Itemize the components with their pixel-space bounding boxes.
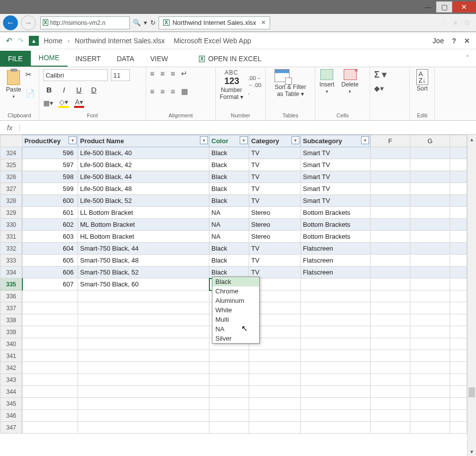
cell-subcategory[interactable]: Bottom Brackets xyxy=(301,219,371,231)
table-row[interactable]: 324 596 Life-500 Black, 40 Black TV Smar… xyxy=(0,147,467,159)
cell-productkey[interactable]: 605 xyxy=(22,255,78,267)
window-minimize-button[interactable]: — xyxy=(420,1,436,12)
align-top-button[interactable]: ≡ xyxy=(150,69,155,78)
row-header[interactable]: 343 xyxy=(0,374,22,386)
cell-color[interactable]: Black xyxy=(209,147,249,159)
cell-productname[interactable]: Life-500 Black, 42 xyxy=(78,159,209,171)
row-header[interactable]: 330 xyxy=(0,219,22,231)
column-header-f[interactable]: F xyxy=(371,135,410,147)
cell-subcategory[interactable]: Smart TV xyxy=(301,147,371,159)
column-header-productkey[interactable]: ProductKey▾ xyxy=(22,135,78,147)
home-icon[interactable]: ⌂ xyxy=(443,18,447,27)
scroll-down-button[interactable]: ▼ xyxy=(468,447,476,456)
cell-color[interactable]: NA xyxy=(209,207,249,219)
search-icon[interactable]: 🔍 xyxy=(133,19,141,26)
cell-productname[interactable]: LL Bottom Bracket xyxy=(78,207,209,219)
dropdown-option[interactable]: NA xyxy=(212,324,259,334)
row-header[interactable]: 344 xyxy=(0,386,22,398)
sort-filter-table-button[interactable]: Sort & Filter as Table ▾ xyxy=(275,84,306,97)
cell-productkey[interactable]: 602 xyxy=(22,219,78,231)
borders-button[interactable]: ▦▾ xyxy=(43,99,53,107)
cell-subcategory[interactable]: Bottom Brackets xyxy=(301,207,371,219)
autosum-button[interactable]: Σ ▾ xyxy=(374,69,386,80)
undo-button[interactable]: ↶ xyxy=(6,36,12,45)
cell-productname[interactable]: Smart-750 Black, 44 xyxy=(78,243,209,255)
dropdown-option[interactable]: Aluminum xyxy=(212,296,259,305)
cell-color[interactable]: NA xyxy=(209,219,249,231)
skydrive-icon[interactable]: ▲ xyxy=(29,36,39,46)
row-header[interactable]: 336 xyxy=(0,290,22,302)
cell-category[interactable]: TV xyxy=(249,147,301,159)
row-header[interactable]: 334 xyxy=(0,267,22,278)
redo-button[interactable]: ↷ xyxy=(17,36,24,45)
paste-button[interactable]: Paste ▾ xyxy=(4,69,23,100)
clear-button[interactable]: ◆▾ xyxy=(374,84,384,93)
bold-button[interactable]: B xyxy=(43,84,55,95)
row-header[interactable]: 339 xyxy=(0,326,22,338)
row-header[interactable]: 338 xyxy=(0,314,22,326)
dropdown-option[interactable]: Multi xyxy=(212,315,259,324)
row-header[interactable]: 335 xyxy=(0,278,22,290)
cell-productkey[interactable]: 604 xyxy=(22,243,78,255)
align-bottom-button[interactable]: ≡ xyxy=(171,69,175,78)
fill-color-button[interactable]: ◇▾ xyxy=(58,98,69,108)
row-header[interactable]: 333 xyxy=(0,255,22,267)
sort-az-icon[interactable]: AZ↓ xyxy=(416,69,428,85)
row-header[interactable]: 327 xyxy=(0,183,22,195)
dropdown-option[interactable]: White xyxy=(212,305,259,315)
table-row[interactable]: 331 603 HL Bottom Bracket NA Stereo Bott… xyxy=(0,231,467,243)
underline-button[interactable]: U xyxy=(73,84,85,95)
cell-productkey[interactable]: 601 xyxy=(22,207,78,219)
fx-label[interactable]: fx xyxy=(0,124,20,132)
user-name[interactable]: Joe xyxy=(433,37,444,45)
row-header[interactable]: 341 xyxy=(0,350,22,362)
cell-category[interactable]: TV xyxy=(249,255,301,267)
scroll-thumb[interactable] xyxy=(469,387,475,397)
dropdown-option[interactable]: Black xyxy=(212,277,259,286)
spreadsheet-grid[interactable]: ProductKey▾ Product Name▾ Color▾ Categor… xyxy=(0,135,467,456)
column-header-color[interactable]: Color▾ xyxy=(209,135,249,147)
cell-category[interactable]: TV xyxy=(249,195,301,207)
insert-cells-button[interactable]: Insert▾ xyxy=(319,69,334,110)
table-row[interactable]: 332 604 Smart-750 Black, 44 Black TV Fla… xyxy=(0,243,467,255)
close-button[interactable]: ✕ xyxy=(464,37,470,45)
settings-gear-icon[interactable]: ⚙ xyxy=(464,18,470,27)
cell-productkey[interactable]: 596 xyxy=(22,147,78,159)
cell-category[interactable]: Stereo xyxy=(249,207,301,219)
browser-tab[interactable]: X Northwind Internet Sales.xlsx ✕ xyxy=(159,16,270,29)
cell-productname[interactable]: Life-500 Black, 52 xyxy=(78,195,209,207)
row-header[interactable]: 329 xyxy=(0,207,22,219)
align-middle-button[interactable]: ≡ xyxy=(160,69,165,78)
filter-icon[interactable]: ▾ xyxy=(291,136,299,144)
increase-decimal-button[interactable]: .00→ xyxy=(248,75,261,81)
ribbon-tab-home[interactable]: HOME xyxy=(31,50,68,67)
cell-productname[interactable]: Life-500 Black, 48 xyxy=(78,183,209,195)
ribbon-collapse-button[interactable]: ˄ xyxy=(466,55,469,62)
cell-category[interactable]: Stereo xyxy=(249,219,301,231)
cell-productname[interactable]: Smart-750 Black, 52 xyxy=(78,267,209,278)
favorites-icon[interactable]: ★ xyxy=(452,18,459,27)
ribbon-open-in-excel[interactable]: XOPEN IN EXCEL xyxy=(191,51,270,67)
cell-productkey[interactable]: 606 xyxy=(22,267,78,278)
cell-color[interactable]: NA xyxy=(209,231,249,243)
cell-category[interactable]: TV xyxy=(249,171,301,183)
cell-productkey[interactable]: 597 xyxy=(22,159,78,171)
window-maximize-button[interactable]: ▢ xyxy=(436,1,452,12)
row-header[interactable]: 340 xyxy=(0,338,22,350)
row-header[interactable]: 345 xyxy=(0,398,22,410)
cell-subcategory[interactable]: Smart TV xyxy=(301,171,371,183)
cell-productname[interactable]: Smart-750 Black, 48 xyxy=(78,255,209,267)
column-header-category[interactable]: Category▾ xyxy=(249,135,301,147)
cell-subcategory[interactable]: Smart TV xyxy=(301,195,371,207)
cell-color[interactable]: Black xyxy=(209,195,249,207)
cell-productname[interactable]: HL Bottom Bracket xyxy=(78,231,209,243)
align-center-button[interactable]: ≡ xyxy=(160,87,165,96)
breadcrumb-document[interactable]: Northwind Internet Sales.xlsx xyxy=(75,37,165,45)
delete-cells-button[interactable]: Delete▾ xyxy=(341,69,359,110)
row-header[interactable]: 337 xyxy=(0,302,22,314)
double-underline-button[interactable]: D xyxy=(88,84,100,95)
filter-icon[interactable]: ▾ xyxy=(69,136,77,144)
browser-forward-button[interactable]: → xyxy=(21,15,36,30)
cell-productkey[interactable]: 598 xyxy=(22,171,78,183)
wrap-text-button[interactable]: ↵ xyxy=(181,69,188,78)
